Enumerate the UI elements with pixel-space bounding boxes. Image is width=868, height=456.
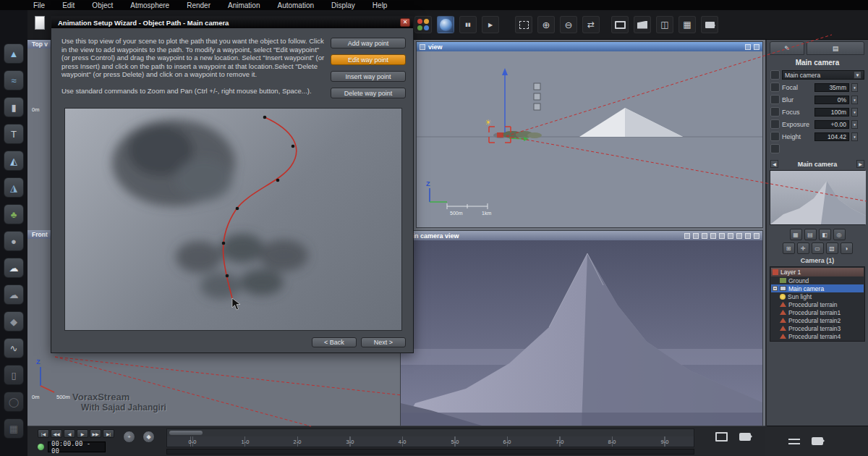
- zoom-in-icon[interactable]: ⊕: [537, 16, 555, 33]
- viewport-option-icon[interactable]: [719, 233, 725, 239]
- atmosphere-tool[interactable]: ☁: [4, 284, 24, 305]
- menu-automation[interactable]: Automation: [277, 1, 314, 9]
- stone-tool[interactable]: ◆: [4, 311, 24, 332]
- shaded-view-icon[interactable]: ▤: [804, 229, 817, 240]
- focal-stepper[interactable]: ▾: [851, 83, 858, 92]
- menu-edit[interactable]: Edit: [62, 1, 75, 9]
- height-stepper[interactable]: ▾: [851, 132, 858, 141]
- side-viewport-titlebar[interactable]: view: [417, 42, 762, 51]
- exposure-stepper[interactable]: ▾: [851, 120, 858, 129]
- menu-render[interactable]: Render: [187, 1, 210, 9]
- link-icon[interactable]: [770, 144, 780, 153]
- camera-icon[interactable]: [701, 16, 718, 33]
- clapperboard-icon[interactable]: [634, 16, 651, 33]
- preview-monitor-icon[interactable]: [715, 432, 728, 442]
- menu-display[interactable]: Display: [331, 1, 355, 9]
- tree-item-ground[interactable]: Ground: [771, 276, 864, 284]
- light-option-icon[interactable]: ◑: [841, 242, 853, 254]
- camera-viewport[interactable]: Main camera view: [400, 230, 763, 427]
- quad-view-icon[interactable]: ▦: [678, 16, 696, 33]
- wireframe-view-icon[interactable]: ▦: [790, 229, 802, 240]
- viewport-option-icon[interactable]: [728, 233, 733, 239]
- timeline-scrubber-handle[interactable]: [169, 431, 203, 435]
- timeline-ticks[interactable]: 0-0 1-0 2-0 3-0 4-0 5-0 6-0 7-0 8-0 9-0: [167, 436, 694, 447]
- next-button[interactable]: Next >: [361, 337, 406, 347]
- color-presets-icon[interactable]: [414, 16, 432, 33]
- menu-help[interactable]: Help: [373, 1, 388, 9]
- delete-waypoint-button[interactable]: Delete way point: [331, 88, 406, 98]
- monitor-icon[interactable]: [611, 16, 629, 33]
- rock-tool[interactable]: ●: [4, 231, 24, 251]
- keyframe-options-button[interactable]: ◆: [142, 431, 155, 443]
- mountain-tool[interactable]: ◭: [4, 151, 24, 171]
- step-render-icon[interactable]: ▶: [482, 16, 499, 33]
- viewport-close-icon[interactable]: [754, 233, 760, 239]
- prev-camera-icon[interactable]: ◀: [770, 160, 778, 168]
- split-view-icon[interactable]: ◫: [656, 16, 673, 33]
- shade-option-icon[interactable]: ▧: [826, 242, 838, 254]
- go-end-button[interactable]: ▶|: [103, 429, 114, 438]
- back-button[interactable]: < Back: [312, 337, 357, 347]
- viewport-maximize-icon[interactable]: [745, 44, 751, 50]
- next-camera-icon[interactable]: ▶: [856, 160, 864, 168]
- object-widget-icon[interactable]: [534, 83, 540, 90]
- tree-item-terrain2[interactable]: Procedural terrain2: [771, 316, 864, 324]
- focus-field[interactable]: 100m: [814, 108, 849, 117]
- go-start-button[interactable]: |◀: [38, 429, 49, 438]
- expand-icon[interactable]: +: [773, 286, 778, 291]
- plant-tool[interactable]: ♣: [4, 204, 24, 224]
- add-waypoint-button[interactable]: Add way point: [331, 38, 406, 48]
- height-field[interactable]: 104.42: [814, 132, 849, 141]
- movie-camera-icon[interactable]: [812, 437, 823, 445]
- grid-option-icon[interactable]: ⊞: [783, 242, 795, 254]
- box-option-icon[interactable]: ▭: [812, 242, 824, 254]
- viewport-option-icon[interactable]: [702, 233, 707, 239]
- viewport-option-icon[interactable]: [693, 233, 699, 239]
- viewport-options-icon[interactable]: [754, 44, 760, 50]
- play-button[interactable]: ▶: [77, 429, 88, 438]
- swap-views-icon[interactable]: ⇄: [582, 16, 600, 33]
- cylinder-tool[interactable]: ▯: [4, 365, 24, 385]
- tree-item-main-camera[interactable]: + Main camera: [771, 284, 864, 292]
- zoom-region-icon[interactable]: [515, 16, 532, 33]
- blur-stepper[interactable]: ▾: [851, 96, 858, 104]
- edit-waypoint-button[interactable]: Edit way point: [331, 54, 406, 65]
- menu-object[interactable]: Object: [92, 1, 113, 9]
- tree-item-terrain[interactable]: Procedural terrain: [771, 300, 864, 308]
- half-view-icon[interactable]: ◧: [819, 229, 831, 240]
- viewport-menu-icon[interactable]: [420, 44, 425, 50]
- menu-atmosphere[interactable]: Atmosphere: [130, 1, 169, 9]
- slider-icon[interactable]: [788, 437, 800, 446]
- tree-item-terrain4[interactable]: Procedural terrain4: [771, 332, 864, 340]
- side-viewport-canvas[interactable]: ☀ Z 500m 1km: [417, 51, 762, 227]
- cloud-tool[interactable]: ☁: [4, 258, 24, 278]
- primitive-tool[interactable]: ▮: [4, 97, 24, 117]
- tab-aspect[interactable]: ▤: [807, 41, 864, 55]
- path-top-view-canvas[interactable]: [64, 108, 402, 331]
- tab-edit-brush[interactable]: ✎: [770, 41, 804, 55]
- camera-viewport-titlebar[interactable]: Main camera view: [401, 231, 762, 240]
- chevron-down-icon[interactable]: ▼: [854, 71, 861, 79]
- dialog-titlebar[interactable]: Animation Setup Wizard - Object Path - M…: [51, 17, 413, 28]
- zoom-out-icon[interactable]: ⊖: [560, 16, 577, 33]
- add-keyframe-button[interactable]: +: [123, 431, 135, 443]
- tree-item-terrain1[interactable]: Procedural terrain1: [771, 308, 864, 316]
- viewport-maximize-icon[interactable]: [745, 233, 751, 239]
- terrain-tool[interactable]: ▲: [4, 43, 24, 64]
- timeline-track[interactable]: [166, 449, 694, 455]
- viewport-option-icon[interactable]: [736, 233, 742, 239]
- dial-icon[interactable]: ◎: [833, 229, 846, 240]
- step-back-button[interactable]: ◀: [64, 429, 75, 438]
- sphere-tool[interactable]: ◯: [4, 392, 24, 412]
- axis-option-icon[interactable]: ✛: [797, 242, 809, 254]
- new-document-icon[interactable]: [35, 16, 45, 30]
- sun-gizmo-icon[interactable]: ☀: [485, 118, 492, 127]
- grid-tool[interactable]: ▦: [4, 418, 24, 439]
- menu-file[interactable]: File: [33, 1, 45, 9]
- render-animation-icon[interactable]: [739, 433, 751, 441]
- camera-dropdown[interactable]: Main camera ▼: [782, 70, 864, 80]
- timeline-ruler[interactable]: 0-0 1-0 2-0 3-0 4-0 5-0 6-0 7-0 8-0 9-0: [166, 428, 694, 447]
- close-icon[interactable]: ✕: [400, 18, 410, 27]
- camera-viewport-canvas[interactable]: [401, 240, 762, 426]
- rewind-button[interactable]: ◀◀: [51, 429, 62, 438]
